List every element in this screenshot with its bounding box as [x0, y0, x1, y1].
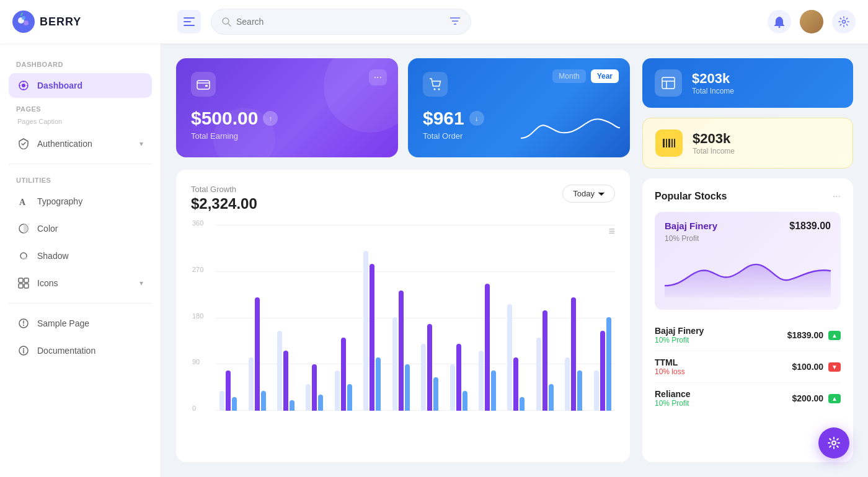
featured-stock-chart [665, 249, 831, 299]
income-yellow-amount: $203k [693, 131, 735, 147]
avatar-image [800, 10, 823, 33]
logo-area: BERRY [12, 11, 167, 33]
documentation-icon [17, 344, 30, 357]
svg-point-14 [843, 20, 846, 24]
authentication-icon [17, 138, 30, 150]
svg-rect-41 [663, 139, 665, 147]
fab-settings-button[interactable] [818, 427, 849, 458]
avatar[interactable] [800, 10, 823, 33]
stock-change-0: 10% Profit [655, 336, 704, 344]
main-content: ··· $500.00 ↑ Total Earning [161, 43, 868, 477]
sidebar-item-icons[interactable]: Icons ▾ [9, 271, 152, 295]
card-total-order: Month Year $961 ↓ Total Order [408, 58, 630, 157]
svg-point-3 [22, 16, 25, 20]
bar-group-1 [244, 225, 269, 411]
sidebar-item-shadow[interactable]: Shadow [9, 243, 152, 268]
bar-purple-6 [399, 291, 404, 411]
sidebar-item-color[interactable]: Color [9, 216, 152, 241]
search-input[interactable] [236, 17, 445, 27]
bar-group-7 [417, 225, 442, 411]
income-yellow-label: Total Income [693, 147, 735, 155]
bar-purple-5 [370, 264, 374, 411]
content-left: ··· $500.00 ↑ Total Earning [176, 58, 630, 462]
bar-light-1 [249, 357, 254, 411]
chart-header: Total Growth $2,324.00 Today [191, 185, 615, 212]
sidebar-item-typography[interactable]: A Typography [9, 189, 152, 214]
wallet-icon [197, 78, 210, 90]
pages-section-label: Pages [9, 100, 152, 115]
stock-row-2[interactable]: Reliance10% Profit$200.00▲ [655, 383, 841, 414]
bar-light-0 [219, 391, 224, 411]
featured-stock: Bajaj Finery $1839.00 10% Profit [655, 212, 841, 310]
bar-light-12 [565, 357, 570, 411]
bar-blue-7 [433, 377, 438, 411]
sidebar-item-authentication[interactable]: Authentication ▾ [9, 131, 152, 156]
filter-button[interactable] [450, 16, 461, 28]
stock-name-0: Bajaj Finery [655, 326, 704, 336]
authentication-chevron: ▾ [140, 139, 143, 148]
stock-name-1: TTML [655, 357, 685, 367]
bar-light-10 [507, 304, 512, 411]
svg-point-16 [22, 84, 25, 87]
menu-button[interactable] [177, 10, 201, 33]
bar-blue-13 [606, 317, 611, 411]
svg-rect-43 [668, 139, 670, 147]
order-trend-badge: ↓ [469, 111, 484, 126]
svg-rect-26 [24, 278, 29, 282]
chart-info: Total Growth $2,324.00 [191, 185, 257, 212]
bar-group-0 [216, 225, 241, 411]
sidebar-item-sample-page[interactable]: Sample Page [9, 311, 152, 336]
stock-row-1[interactable]: TTML10% loss$100.00▼ [655, 351, 841, 383]
svg-rect-42 [666, 139, 667, 147]
bar-blue-12 [577, 370, 582, 411]
table-icon [661, 76, 676, 90]
income-blue-icon [655, 69, 682, 97]
bar-purple-4 [341, 338, 346, 411]
card-order-toggle: Month Year [552, 69, 619, 83]
bar-light-5 [363, 251, 368, 411]
svg-rect-27 [19, 284, 23, 288]
settings-button[interactable] [832, 10, 856, 33]
stock-name-2: Reliance [655, 389, 691, 399]
sidebar-divider-1 [9, 164, 152, 164]
toggle-year-button[interactable]: Year [591, 69, 619, 83]
topbar-right [768, 10, 856, 33]
sidebar-item-dashboard[interactable]: Dashboard [9, 73, 152, 98]
stock-row-0[interactable]: Bajaj Finery10% Profit$1839.00▲ [655, 320, 841, 351]
order-wave-chart [521, 110, 620, 147]
chart-title: Total Growth [191, 185, 257, 194]
bar-light-13 [594, 370, 599, 411]
dashboard-section-label: Dashboard [9, 56, 152, 71]
bar-blue-1 [261, 391, 266, 411]
today-filter-button[interactable]: Today [562, 185, 615, 203]
sample-page-label: Sample Page [37, 318, 89, 328]
svg-rect-7 [184, 25, 195, 26]
notification-button[interactable] [768, 10, 791, 33]
svg-text:A: A [19, 198, 26, 207]
card-earning-label: Total Earning [191, 131, 383, 141]
svg-rect-25 [19, 278, 23, 282]
stock-badge-1: ▼ [828, 362, 841, 372]
bar-blue-5 [376, 357, 381, 411]
card-earning-more-button[interactable]: ··· [369, 69, 387, 85]
svg-line-9 [228, 24, 231, 26]
stock-list: Bajaj Finery10% Profit$1839.00▲TTML10% l… [655, 320, 841, 414]
income-yellow-icon [655, 129, 683, 157]
card-earning-icon-wrap [191, 72, 216, 97]
bars-container [216, 225, 615, 411]
topbar: BERRY [0, 0, 868, 43]
toggle-month-button[interactable]: Month [552, 69, 585, 83]
bell-icon [774, 15, 785, 28]
dropdown-icon [598, 192, 604, 196]
svg-point-13 [779, 26, 781, 28]
search-bar [211, 9, 471, 35]
bar-group-13 [590, 225, 614, 411]
bar-group-8 [446, 225, 471, 411]
svg-point-36 [434, 89, 436, 90]
dashboard-icon [17, 79, 30, 92]
stocks-more-button[interactable]: ··· [833, 191, 841, 202]
bar-purple-1 [255, 297, 260, 411]
sidebar-item-documentation[interactable]: Documentation [9, 338, 152, 363]
shopping-icon [428, 77, 442, 91]
stock-badge-0: ▲ [828, 331, 841, 340]
